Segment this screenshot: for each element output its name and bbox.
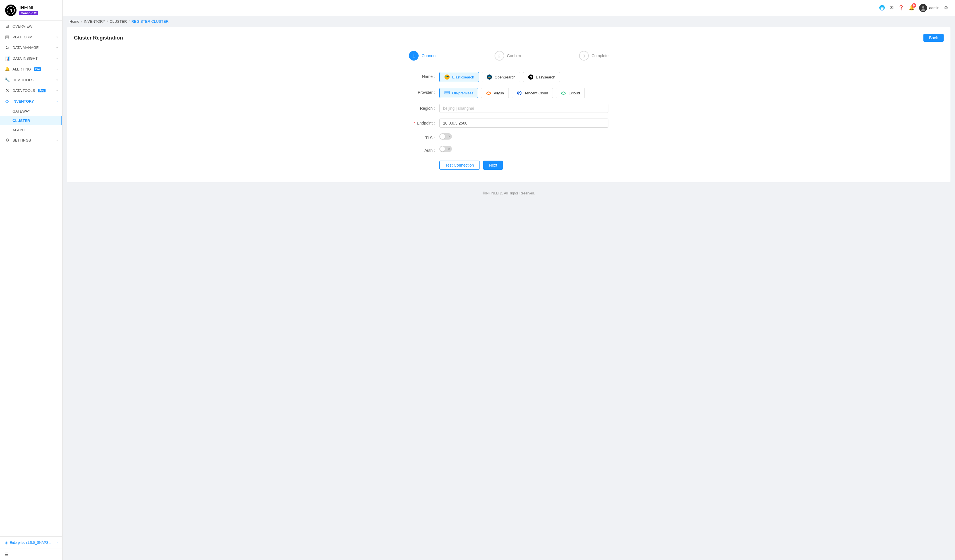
svg-rect-12 [445,92,447,93]
tls-toggle[interactable]: ✕ [439,133,452,140]
alerting-icon: 🔔 [5,67,10,72]
endpoint-input[interactable] [439,119,608,128]
test-connection-button[interactable]: Test Connection [439,161,480,170]
sidebar-item-inventory[interactable]: ◇ INVENTORY ▴ [0,96,62,107]
sidebar-item-data-insight[interactable]: 📊 DATA INSIGHT ▾ [0,53,62,64]
step-3: 3 Complete [579,51,609,61]
globe-icon-btn[interactable]: 🌐 [879,5,885,11]
sidebar-item-label: DATA MANAGE [13,45,39,50]
on-premises-icon [444,90,450,96]
sidebar-item-dev-tools[interactable]: 🔧 DEV TOOLS ▾ [0,75,62,85]
svg-point-6 [447,76,449,77]
back-button[interactable]: Back [924,34,944,42]
breadcrumb-cluster[interactable]: CLUSTER [110,19,127,23]
sidebar-menu-toggle[interactable]: ☰ [0,549,62,560]
step-1: 1 Connect [409,51,436,61]
breadcrumb-sep-2: / [107,19,108,23]
auth-toggle-wrap: ✕ [439,146,608,152]
sidebar-item-cluster[interactable]: CLUSTER [0,116,62,125]
steps: 1 Connect 2 Confirm 3 Complete [74,51,944,61]
sidebar-item-label: SETTINGS [13,138,31,142]
provider-tencent-btn[interactable]: Tencent Cloud [512,88,553,98]
provider-label: Provider : [409,88,435,95]
name-options: Elasticsearch OpenSearch [439,72,608,82]
auth-toggle-knob [440,147,445,151]
mail-icon-btn[interactable]: ✉ [889,5,894,11]
logo-text-area: INFINI Console /// [19,5,38,16]
data-manage-icon: 🗂 [5,45,10,50]
endpoint-label: * Endpoint : [409,119,435,125]
footer-label: Enterprise (1.5.0_SNAPS... [10,541,51,544]
logo-icon: N [5,4,17,17]
sidebar-item-gateway[interactable]: GATEWAY [0,107,62,116]
user-name: admin [929,6,939,10]
svg-point-2 [922,6,924,9]
notification-count: 9 [912,3,916,8]
auth-label: Auth : [409,146,435,153]
aliyun-icon [486,90,492,96]
sidebar-item-data-manage[interactable]: 🗂 DATA MANAGE ▾ [0,42,62,53]
sidebar-item-label: PLATFORM [13,35,33,39]
step-3-circle: 3 [579,51,589,61]
help-icon-btn[interactable]: ❓ [898,5,904,11]
tls-toggle-x: ✕ [448,135,451,139]
auth-toggle[interactable]: ✕ [439,146,452,152]
provider-ecloud-btn[interactable]: Ecloud [556,88,585,98]
overview-icon: ⊞ [5,23,10,29]
provider-aliyun-label: Aliyun [494,91,504,95]
provider-aliyun-btn[interactable]: Aliyun [481,88,509,98]
region-input-wrap [439,104,608,113]
platform-icon: ▤ [5,34,10,39]
sidebar-item-agent[interactable]: AGENT [0,125,62,135]
form: Name : Elasticsearch [409,72,608,170]
logo: N INFINI Console /// [0,0,62,21]
name-elasticsearch-btn[interactable]: Elasticsearch [439,72,479,82]
user-avatar [919,4,927,12]
name-row: Name : Elasticsearch [409,72,608,82]
svg-point-15 [487,92,491,94]
region-input[interactable] [439,104,608,113]
chevron-down-icon: ▾ [56,78,58,81]
svg-rect-13 [447,92,449,93]
sidebar-item-data-tools[interactable]: 🛠 DATA TOOLS Pro ▾ [0,85,62,96]
sidebar: N INFINI Console /// ⊞ OVERVIEW ▤ PLATFO… [0,0,63,560]
page-header: Cluster Registration Back [74,34,944,42]
name-easysearch-label: Easysearch [536,75,555,79]
step-3-label: Complete [592,53,609,58]
sidebar-item-alerting[interactable]: 🔔 ALERTING Pro ▾ [0,64,62,75]
logo-brand: INFINI [19,5,38,11]
provider-on-premises-btn[interactable]: On-premises [439,88,478,98]
ecloud-icon [560,90,566,96]
name-opensearch-btn[interactable]: OpenSearch [482,72,520,82]
svg-point-3 [921,9,925,11]
svg-point-4 [445,75,449,80]
region-label: Region : [409,104,435,111]
page-card: Cluster Registration Back 1 Connect 2 Co… [67,27,950,182]
content-area: Home / INVENTORY / CLUSTER / REGISTER CL… [63,16,955,560]
step-2-label: Confirm [507,53,521,58]
data-tools-icon: 🛠 [5,88,10,93]
auth-row: Auth : ✕ [409,146,608,153]
auth-toggle-x: ✕ [448,147,451,151]
step-line-1 [440,56,491,56]
breadcrumb-inventory[interactable]: INVENTORY [84,19,105,23]
sidebar-item-platform[interactable]: ▤ PLATFORM ▾ [0,31,62,42]
menu-icon: ☰ [5,552,9,557]
svg-text:N: N [530,76,532,79]
svg-point-5 [446,76,447,77]
sidebar-sub-label: AGENT [13,128,25,132]
header-settings-btn[interactable]: ⚙ [944,5,948,11]
sidebar-item-settings[interactable]: ⚙ SETTINGS ▾ [0,135,62,145]
next-button[interactable]: Next [483,161,503,170]
breadcrumb-home[interactable]: Home [69,19,79,23]
name-label: Name : [409,72,435,79]
form-buttons-row: Test Connection Next [409,158,608,170]
notification-btn[interactable]: 🔔 9 [909,5,914,11]
easysearch-icon: N [528,74,534,80]
user-menu[interactable]: admin [919,4,939,12]
name-easysearch-btn[interactable]: N Easysearch [523,72,560,82]
provider-tencent-label: Tencent Cloud [524,91,548,95]
sidebar-item-overview[interactable]: ⊞ OVERVIEW [0,21,62,31]
chevron-down-icon: ▾ [56,68,58,71]
sidebar-footer[interactable]: ◈ Enterprise (1.5.0_SNAPS... › [0,537,62,549]
